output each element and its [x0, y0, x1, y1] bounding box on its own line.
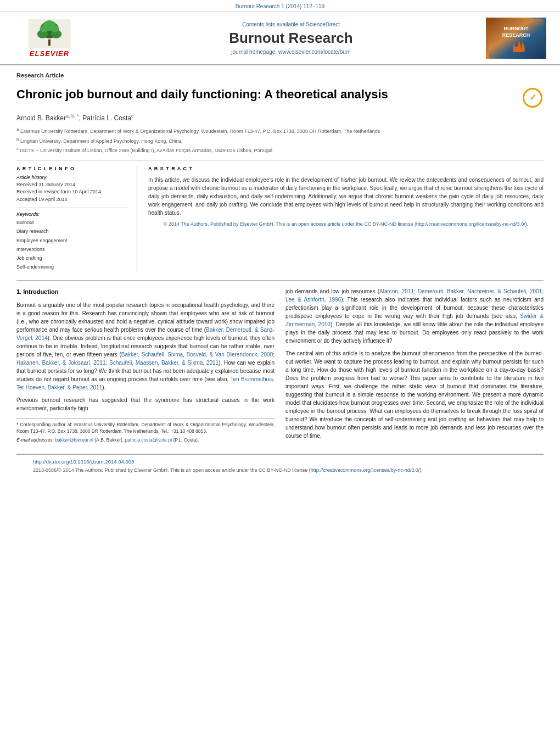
affil-a: a Erasmus University Rotterdam, Departme… — [16, 126, 544, 135]
license-end: ). — [525, 221, 529, 227]
body-col-right: job demands and low job resources (Alarc… — [285, 287, 544, 445]
affil-a-text: Erasmus University Rotterdam, Department… — [20, 129, 380, 134]
footnote-corresponding: * Corresponding author at: Erasmus Unive… — [16, 422, 275, 435]
info-abstract-row: A R T I C L E I N F O Article history: R… — [16, 160, 544, 272]
license-link[interactable]: http://creativecommons.org/licenses/by-n… — [416, 221, 525, 227]
page-wrapper: Burnout Research 1 (2014) 112–119 — [0, 0, 560, 742]
keyword-crafting: Job crafting — [16, 254, 128, 263]
abstract-title: A B S T R A C T — [148, 166, 544, 171]
affiliations: a Erasmus University Rotterdam, Departme… — [16, 126, 544, 154]
svg-point-6 — [40, 25, 48, 32]
author1-super: a, b, * — [66, 113, 79, 119]
received-revised-date: Received in revised form 10 April 2014 — [16, 188, 128, 196]
article-info-title: A R T I C L E I N F O — [16, 166, 128, 171]
journal-reference: Burnout Research 1 (2014) 112–119 — [0, 0, 560, 12]
elsevier-name: ELSEVIER — [30, 49, 69, 58]
authors-line: Arnold B. Bakkera, b, *, Patrícia L. Cos… — [16, 113, 544, 122]
keyword-interventions: Interventions — [16, 245, 128, 254]
footnote-area: * Corresponding author at: Erasmus Unive… — [16, 418, 275, 444]
license-text: © 2014 The Authors. Published by Elsevie… — [164, 221, 416, 227]
svg-text:BURNOUT: BURNOUT — [504, 26, 529, 31]
body-col-left: 1. Introduction Burnout is arguably one … — [16, 287, 275, 445]
info-divider — [16, 208, 128, 208]
elsevier-logo-area: ELSEVIER — [11, 19, 99, 58]
svg-point-7 — [51, 25, 59, 32]
article-history-label: Article history: — [16, 175, 128, 180]
footnote-corresponding-text: Corresponding author at: Erasmus Univers… — [16, 422, 275, 434]
received-date: Received 31 January 2014 — [16, 181, 128, 189]
article-title-row: Chronic job burnout and daily functionin… — [16, 87, 544, 109]
intro-para-2: Previous burnout research has suggested … — [16, 396, 275, 412]
keyword-diary: Diary research — [16, 227, 128, 236]
keyword-selfundermining: Self-undermining — [16, 263, 128, 271]
affil-c: c ISCTE – University Institute of Lisbon… — [16, 146, 544, 154]
intro-para-1: Burnout is arguably one of the most popu… — [16, 301, 275, 392]
abstract-col: A B S T R A C T In this article, we disc… — [148, 166, 544, 272]
svg-rect-1 — [48, 39, 51, 46]
article-info-col: A R T I C L E I N F O Article history: R… — [16, 166, 137, 272]
bottom-bar: http://dx.doi.org/10.1016/j.burn.2014.04… — [16, 454, 544, 477]
journal-homepage: journal homepage: www.elsevier.com/locat… — [99, 49, 483, 55]
crossmark-icon: ✓ — [523, 88, 542, 108]
keywords-list: Burnout Diary research Employee engageme… — [16, 218, 128, 271]
affil-b-text: Lingnan University, Department of Applie… — [20, 138, 182, 144]
burnout-logo-image: BURNOUT RESEARCH — [489, 19, 544, 58]
doi-text[interactable]: http://dx.doi.org/10.1016/j.burn.2014.04… — [33, 459, 134, 465]
keywords-label: Keywords: — [16, 211, 128, 217]
journal-title: Burnout Research — [99, 30, 483, 47]
journal-header: ELSEVIER Contents lists available at Sci… — [0, 12, 560, 65]
sciencedirect-anchor[interactable]: ScienceDirect — [306, 21, 340, 27]
journal-logo-right: BURNOUT RESEARCH — [483, 18, 549, 59]
keyword-burnout: Burnout — [16, 218, 128, 227]
elsevier-tree-icon — [27, 19, 71, 48]
keyword-engagement: Employee engagement — [16, 236, 128, 245]
elsevier-logo: ELSEVIER — [11, 19, 88, 58]
article-content: Research Article Chronic job burnout and… — [0, 65, 560, 477]
accepted-date: Accepted 19 April 2014 — [16, 196, 128, 204]
intro-heading: 1. Introduction — [16, 287, 275, 297]
sciencedirect-link: Contents lists available at ScienceDirec… — [99, 21, 483, 27]
affil-b: b Lingnan University, Department of Appl… — [16, 136, 544, 145]
svg-text:RESEARCH: RESEARCH — [502, 32, 530, 38]
burnout-logo-box: BURNOUT RESEARCH — [486, 18, 546, 59]
right-para-2: The central aim of this article is to an… — [285, 349, 544, 440]
sciencedirect-text: Contents lists available at — [242, 21, 306, 27]
journal-ref-text: Burnout Research 1 (2014) 112–119 — [236, 3, 324, 9]
article-title-text: Chronic job burnout and daily functionin… — [16, 87, 516, 103]
homepage-text: journal homepage: — [231, 49, 278, 55]
crossmark-badge: ✓ — [522, 87, 544, 109]
footnote-email: E-mail addresses: bakker@fsw.eur.nl (A.B… — [16, 437, 275, 444]
abstract-text: In this article, we discuss the individu… — [148, 176, 544, 217]
article-dates: Received 31 January 2014 Received in rev… — [16, 181, 128, 204]
doi-line[interactable]: http://dx.doi.org/10.1016/j.burn.2014.04… — [33, 458, 527, 465]
bottom-license: 2213-0586/© 2014 The Authors. Published … — [33, 467, 527, 474]
author1-name: Arnold B. Bakker — [16, 114, 66, 122]
homepage-link[interactable]: www.elsevier.com/locate/burn — [278, 49, 351, 55]
author2-super: c — [131, 113, 134, 119]
body-columns: 1. Introduction Burnout is arguably one … — [16, 280, 544, 445]
affil-c-text: ISCTE – University Institute of Lisbon, … — [20, 148, 273, 153]
author2-name: , Patrícia L. Costa — [79, 114, 131, 122]
article-type-label: Research Article — [16, 72, 64, 80]
right-para-1: job demands and low job resources (Alarc… — [285, 287, 544, 345]
journal-header-center: Contents lists available at ScienceDirec… — [99, 21, 483, 55]
abstract-license: © 2014 The Authors. Published by Elsevie… — [148, 221, 544, 227]
